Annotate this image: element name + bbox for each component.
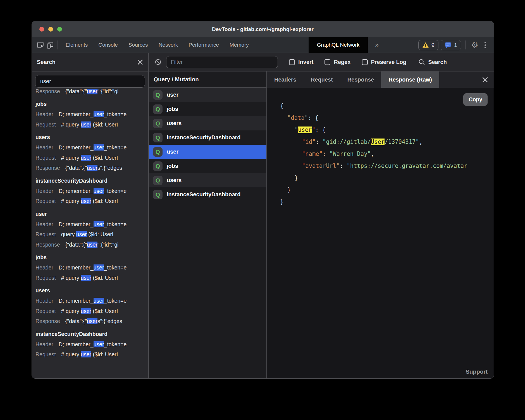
zoom-window-button[interactable] (57, 27, 62, 32)
title-bar: DevTools - gitlab.com/-/graphql-explorer (32, 21, 494, 37)
result-text: _token=e (104, 341, 127, 347)
result-line-label: Header (35, 298, 53, 304)
checkbox-label-regex: Regex (334, 59, 350, 65)
result-text: _token=e (104, 221, 127, 227)
response-tab-headers[interactable]: Headers (267, 71, 304, 88)
result-line-header[interactable]: HeaderD; remember_user_token=e (35, 109, 148, 120)
warnings-badge[interactable]: 9 (418, 40, 438, 50)
search-close-icon[interactable] (137, 59, 143, 65)
more-tabs-icon[interactable]: » (375, 41, 378, 49)
query-type-badge: Q (153, 133, 163, 142)
checkbox-invert[interactable] (289, 59, 295, 65)
result-line-request[interactable]: Request# query user ($id: UserI (35, 273, 148, 283)
inspect-element-icon[interactable] (36, 40, 45, 50)
search-input[interactable] (35, 75, 145, 88)
json-token: : (340, 163, 347, 169)
result-line-header[interactable]: HeaderD; remember_user_token=e (35, 296, 148, 306)
json-line: } (280, 184, 494, 196)
result-text: {"data":{" (65, 89, 87, 94)
result-text: D; remember_ (59, 341, 94, 347)
query-row-label: instanceSecurityDashboard (167, 134, 241, 141)
result-line-request[interactable]: Request# query user ($id: UserI (35, 306, 148, 316)
toolbar-divider (465, 40, 466, 49)
minimize-window-button[interactable] (48, 27, 53, 32)
search-match-highlight: user (298, 127, 312, 133)
query-row-users[interactable]: Qusers (149, 116, 266, 130)
result-line-label: Request (35, 351, 56, 357)
result-line-header[interactable]: HeaderD; remember_user_token=e (35, 219, 148, 230)
result-line-label: Header (35, 341, 53, 347)
tab-network[interactable]: Network (153, 37, 183, 53)
query-row-user[interactable]: Quser (149, 145, 266, 159)
result-text: # query (61, 275, 81, 281)
tab-elements[interactable]: Elements (60, 37, 93, 53)
panel-toolbar-row: Search InvertRegexPreserve Log Search (32, 53, 494, 71)
result-line-label: Request (35, 198, 56, 204)
tab-console[interactable]: Console (93, 37, 123, 53)
copy-button[interactable]: Copy (463, 93, 488, 106)
window-title: DevTools - gitlab.com/-/graphql-explorer (32, 26, 494, 32)
json-token: "data" (287, 114, 308, 121)
device-toolbar-icon[interactable] (45, 40, 55, 50)
tab-sources[interactable]: Sources (123, 37, 153, 53)
tab-memory[interactable]: Memory (224, 37, 254, 53)
query-row-label: users (167, 120, 182, 127)
checkbox-group-regex[interactable]: Regex (324, 59, 350, 65)
query-type-badge: Q (153, 161, 163, 171)
main-content: Response{"data":{"user":{"id":"gijobsHea… (32, 71, 494, 378)
checkbox-group-preserve-log[interactable]: Preserve Log (362, 59, 407, 65)
json-token: : { (315, 127, 326, 133)
match-highlight: user (94, 341, 104, 347)
clear-filter-icon[interactable] (154, 58, 162, 66)
result-line-header[interactable]: HeaderD; remember_user_token=e (35, 142, 148, 153)
tab-performance[interactable]: Performance (183, 37, 224, 53)
result-line-request[interactable]: Request# query user ($id: UserI (35, 153, 148, 163)
result-line-request[interactable]: Requestquery user ($id: UserI (35, 229, 148, 240)
result-text: ($id: UserI (91, 275, 118, 281)
response-close-icon[interactable] (482, 77, 488, 83)
query-row-label: jobs (167, 106, 178, 112)
result-line-header[interactable]: HeaderD; remember_user_token=e (35, 186, 148, 196)
result-line-response[interactable]: Response{"data":{"user":{"id":"gi (35, 89, 118, 96)
result-line-label: Header (35, 111, 53, 117)
query-row-user[interactable]: Quser (149, 88, 266, 102)
response-tab-response-raw[interactable]: Response (Raw) (381, 71, 439, 88)
checkbox-label-invert: Invert (298, 59, 313, 65)
result-line-response[interactable]: Response{"data":{"users":{"edges (35, 163, 148, 173)
response-tab-request[interactable]: Request (304, 71, 340, 88)
result-line-response[interactable]: Response{"data":{"users":{"edges (35, 316, 148, 326)
close-window-button[interactable] (39, 27, 44, 32)
json-token: /13704317" (385, 139, 419, 145)
checkbox-preserve-log[interactable] (362, 59, 368, 65)
network-search-control[interactable]: Search (418, 58, 447, 66)
match-highlight: user (76, 231, 87, 237)
response-tab-response[interactable]: Response (340, 71, 381, 88)
query-row-jobs[interactable]: Qjobs (149, 159, 266, 173)
result-line-request[interactable]: Request# query user ($id: UserI (35, 120, 148, 130)
support-link[interactable]: Support (466, 368, 488, 375)
checkbox-regex[interactable] (324, 59, 330, 65)
query-type-badge: Q (153, 119, 163, 128)
query-row-jobs[interactable]: Qjobs (149, 102, 266, 116)
filter-input[interactable] (166, 56, 278, 68)
result-line-header[interactable]: HeaderD; remember_user_token=e (35, 262, 148, 273)
result-text: # query (61, 121, 81, 128)
json-token: } (280, 199, 283, 205)
result-line-response[interactable]: Response{"data":{"user":{"id":"gi (35, 240, 148, 250)
query-row-label: jobs (167, 163, 178, 169)
checkbox-group-invert[interactable]: Invert (289, 59, 313, 65)
result-line-request[interactable]: Request# query user ($id: UserI (35, 196, 148, 206)
settings-gear-icon[interactable]: ⚙ (469, 41, 480, 49)
query-row-instancesecuritydashboard[interactable]: QinstanceSecurityDashboard (149, 130, 266, 145)
query-row-instancesecuritydashboard[interactable]: QinstanceSecurityDashboard (149, 187, 266, 202)
result-clipped-row[interactable]: Response{"data":{"user":{"id":"gi (35, 89, 148, 96)
result-line-label: Request (35, 275, 56, 281)
result-line-request[interactable]: Request# query user ($id: UserI (35, 349, 148, 360)
issues-badge[interactable]: 1 (441, 40, 461, 50)
more-options-icon[interactable] (480, 42, 490, 48)
devtools-tabs: ElementsConsoleSourcesNetworkPerformance… (60, 37, 254, 53)
result-line-header[interactable]: HeaderD; remember_user_token=e (35, 339, 148, 350)
tab-graphql-network[interactable]: GraphQL Network (309, 37, 368, 53)
json-token: " (295, 127, 298, 133)
query-row-users[interactable]: Qusers (149, 173, 266, 187)
